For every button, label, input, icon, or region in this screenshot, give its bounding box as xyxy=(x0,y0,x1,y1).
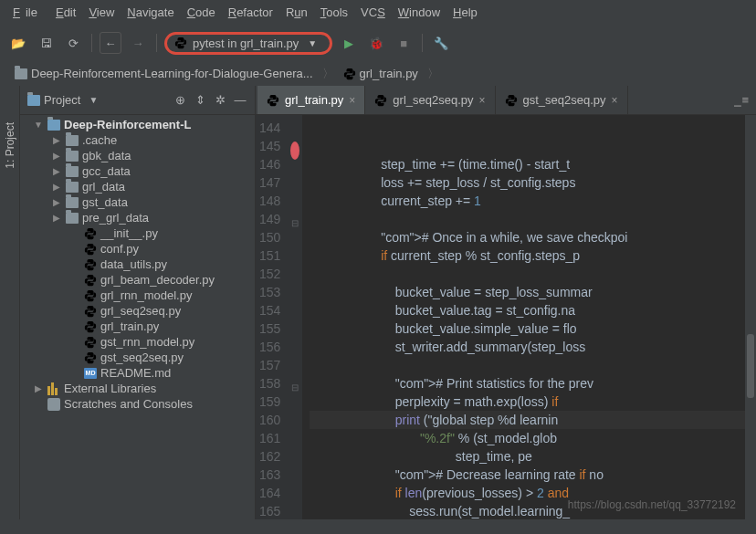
wrench-icon[interactable]: 🔧 xyxy=(430,32,452,54)
menu-navigate[interactable]: Navigate xyxy=(121,4,179,21)
locate-icon[interactable]: ⊕ xyxy=(173,93,187,107)
fold-icon[interactable]: ⊟ xyxy=(288,379,302,397)
open-icon[interactable]: 📂 xyxy=(7,32,29,54)
project-icon xyxy=(27,95,40,106)
menu-help[interactable]: Help xyxy=(447,4,483,21)
folder-icon xyxy=(66,166,79,177)
tree-file[interactable]: grl_rnn_model.py xyxy=(20,288,255,303)
debug-button[interactable]: 🐞 xyxy=(365,32,387,54)
menu-edit[interactable]: Edit xyxy=(50,4,81,21)
project-tool-window: Project ▼ ⊕ ⇕ ✲ — ▼ Deep-Reinforcement-L… xyxy=(20,86,256,519)
expand-toggle-icon[interactable]: ▼ xyxy=(33,120,44,130)
main-toolbar: 📂 🖫 ⟳ ← → pytest in grl_train.py ▼ ▶ 🐞 ■… xyxy=(0,25,756,61)
expand-all-icon[interactable]: ⇕ xyxy=(193,93,207,107)
expand-toggle-icon[interactable]: ▶ xyxy=(51,166,62,176)
editor-area: grl_train.py×grl_seq2seq.py×gst_seq2seq.… xyxy=(256,86,756,519)
chevron-right-icon: 〉 xyxy=(322,66,334,82)
expand-toggle-icon[interactable]: ▶ xyxy=(51,213,62,223)
python-icon xyxy=(267,94,279,107)
run-button[interactable]: ▶ xyxy=(338,32,360,54)
tree-file[interactable]: data_utils.py xyxy=(20,257,255,272)
settings-icon[interactable]: ✲ xyxy=(213,93,227,107)
project-tree[interactable]: ▼ Deep-Reinforcement-L ▶.cache▶gbk_data▶… xyxy=(20,115,255,519)
editor-vertical-scrollbar[interactable] xyxy=(745,115,756,519)
close-tab-icon[interactable]: × xyxy=(612,94,618,107)
watermark-text: https://blog.csdn.net/qq_33772192 xyxy=(568,496,736,514)
tree-file[interactable]: gst_seq2seq.py xyxy=(20,350,255,365)
tree-file[interactable]: __init__.py xyxy=(20,225,255,241)
line-numbers-gutter: 1441451461471481491501511521531541551561… xyxy=(256,115,288,519)
library-icon xyxy=(47,382,60,395)
tree-file[interactable]: grl_beam_decoder.py xyxy=(20,272,255,288)
folder-icon xyxy=(66,182,79,193)
expand-toggle-icon[interactable]: ▶ xyxy=(51,182,62,192)
menu-file[interactable]: File xyxy=(7,4,48,21)
menu-code[interactable]: Code xyxy=(182,4,221,21)
tree-dir[interactable]: ▶gst_data xyxy=(20,194,255,210)
refresh-icon[interactable]: ⟳ xyxy=(62,32,84,54)
folder-icon xyxy=(66,135,79,146)
stop-button[interactable]: ■ xyxy=(393,32,415,54)
tabs-more-icon[interactable]: ⎯≡ xyxy=(727,93,756,107)
nav-back-button[interactable]: ← xyxy=(100,32,121,54)
tree-file[interactable]: grl_seq2seq.py xyxy=(20,303,255,319)
python-icon xyxy=(374,94,387,107)
menu-tools[interactable]: Tools xyxy=(315,4,353,21)
tree-scratches[interactable]: Scratches and Consoles xyxy=(20,396,255,412)
tree-file[interactable]: conf.py xyxy=(20,241,255,257)
expand-toggle-icon[interactable]: ▶ xyxy=(51,135,62,145)
tree-file[interactable]: gst_rnn_model.py xyxy=(20,334,255,350)
tree-external-libraries[interactable]: ▶ External Libraries xyxy=(20,381,255,396)
python-icon xyxy=(84,243,97,256)
breadcrumb-root[interactable]: Deep-Reinforcement-Learning-for-Dialogue… xyxy=(9,65,319,82)
markdown-icon: MD xyxy=(84,368,97,379)
tool-window-button-project[interactable]: 1: Project xyxy=(4,122,16,169)
close-tab-icon[interactable]: × xyxy=(349,94,355,107)
expand-toggle-icon[interactable]: ▶ xyxy=(33,383,44,393)
tree-dir[interactable]: ▶gcc_data xyxy=(20,163,255,179)
save-all-icon[interactable]: 🖫 xyxy=(35,32,57,54)
fold-icon[interactable]: ⊟ xyxy=(288,215,302,233)
editor-tab[interactable]: grl_train.py× xyxy=(257,86,365,114)
tree-dir[interactable]: ▶gbk_data xyxy=(20,148,255,163)
scrollbar-thumb[interactable] xyxy=(747,334,754,398)
tree-dir[interactable]: ▶.cache xyxy=(20,132,255,148)
python-icon xyxy=(84,320,97,333)
menu-window[interactable]: Window xyxy=(393,4,446,21)
expand-toggle-icon[interactable]: ▶ xyxy=(51,151,62,161)
close-tab-icon[interactable]: × xyxy=(479,94,486,107)
menu-bar: File Edit View Navigate Code Refactor Ru… xyxy=(0,0,756,25)
python-icon xyxy=(84,351,97,364)
folder-icon xyxy=(66,213,79,224)
folder-icon xyxy=(15,68,27,79)
menu-view[interactable]: View xyxy=(83,4,120,21)
python-icon xyxy=(174,37,187,49)
run-configuration-label: pytest in grl_train.py xyxy=(193,37,299,50)
code-content[interactable]: step_time += (time.time() - start_t loss… xyxy=(302,115,745,519)
expand-toggle-icon[interactable]: ▶ xyxy=(51,197,62,207)
tree-root[interactable]: ▼ Deep-Reinforcement-L xyxy=(20,117,255,132)
tree-dir[interactable]: ▶grl_data xyxy=(20,179,255,194)
menu-refactor[interactable]: Refactor xyxy=(223,4,278,21)
tool-window-stripe-left: 1: Project xyxy=(0,86,20,519)
folder-icon xyxy=(66,151,79,162)
python-icon xyxy=(84,258,97,271)
tree-file-readme[interactable]: MD README.md xyxy=(20,365,255,381)
chevron-down-icon[interactable]: ▼ xyxy=(86,95,100,105)
code-editor[interactable]: 1441451461471481491501511521531541551561… xyxy=(256,115,756,519)
python-icon xyxy=(84,274,97,287)
nav-forward-button[interactable]: → xyxy=(127,32,149,54)
tree-dir[interactable]: ▶pre_grl_data xyxy=(20,210,255,225)
breadcrumb-file[interactable]: grl_train.py xyxy=(338,65,424,82)
menu-vcs[interactable]: VCS xyxy=(355,4,391,21)
menu-run[interactable]: Run xyxy=(280,4,313,21)
editor-tab[interactable]: gst_seq2seq.py× xyxy=(496,86,628,114)
breakpoints-gutter[interactable]: ⊟⊟ xyxy=(288,115,302,519)
editor-tab[interactable]: grl_seq2seq.py× xyxy=(365,86,495,114)
run-configuration-selector[interactable]: pytest in grl_train.py ▼ xyxy=(164,32,332,55)
breakpoint-icon[interactable] xyxy=(290,141,299,160)
chevron-right-icon: 〉 xyxy=(427,66,439,82)
hide-icon[interactable]: — xyxy=(233,93,247,107)
tree-file[interactable]: grl_train.py xyxy=(20,319,255,334)
chevron-down-icon: ▼ xyxy=(308,38,317,48)
